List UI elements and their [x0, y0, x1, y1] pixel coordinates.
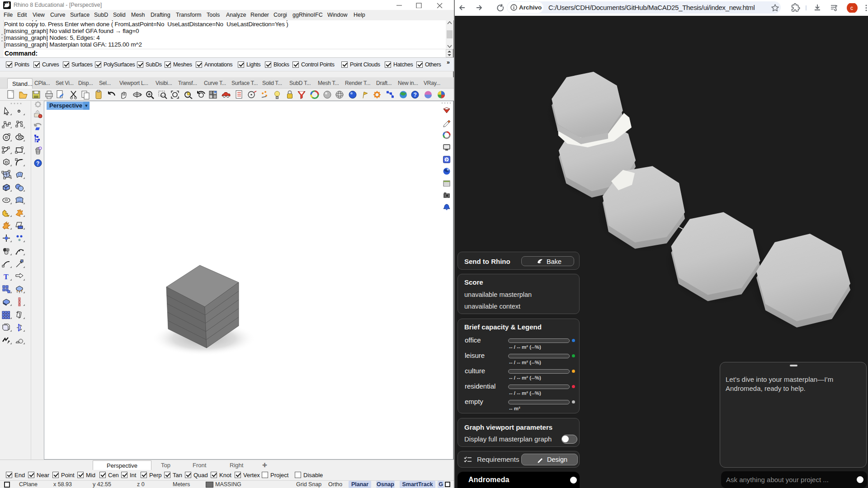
svg-text:8: 8: [8, 2, 9, 5]
svg-text:?: ?: [414, 92, 417, 98]
svg-text:T: T: [4, 273, 9, 281]
svg-text:?: ?: [445, 158, 448, 162]
svg-text:c: c: [850, 5, 853, 11]
svg-text:?: ?: [36, 160, 39, 167]
